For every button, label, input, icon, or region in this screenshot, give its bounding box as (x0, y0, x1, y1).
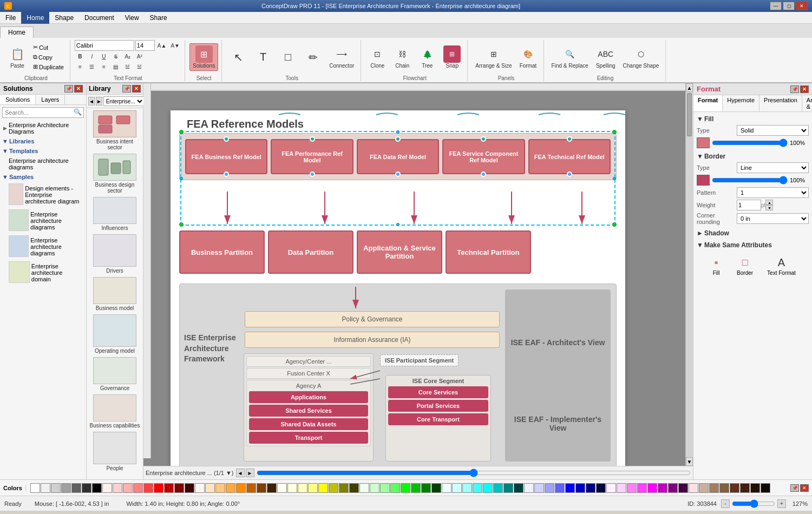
color-swatch-f0ffff[interactable] (442, 483, 451, 493)
page-nav-next[interactable]: ► (246, 469, 254, 477)
color-swatch-400000[interactable] (185, 483, 194, 493)
color-swatch-00c000[interactable] (411, 483, 421, 493)
zoom-out-btn[interactable]: - (721, 499, 730, 508)
shared-services-btn[interactable]: Shared Services (249, 405, 368, 417)
fea-box-performance[interactable]: FEA Performance Ref Model (271, 139, 353, 174)
chain-button[interactable]: ⛓ Chain (390, 43, 414, 71)
lib-item-governance[interactable]: Governance (89, 357, 141, 391)
applications-btn[interactable]: Applications (249, 391, 368, 403)
color-swatch-f0f0f0[interactable] (41, 483, 50, 493)
canvas-scroll[interactable]: FEA Reference Models (143, 83, 693, 466)
color-swatch-ff40ff[interactable] (637, 483, 647, 493)
color-swatch-ffffff[interactable] (30, 483, 40, 493)
tree-section-libraries[interactable]: ▼ Libraries (0, 136, 86, 146)
handle-bl-green[interactable] (179, 222, 184, 227)
ribbon-tab-home[interactable]: Home (0, 27, 34, 38)
lib-item-business-model[interactable]: Business model (89, 277, 141, 311)
color-swatch-201000[interactable] (750, 483, 760, 493)
format-panel-pin[interactable]: 📌 (790, 85, 799, 93)
color-swatch-806040[interactable] (719, 483, 729, 493)
color-swatch-00ff00[interactable] (401, 483, 410, 493)
transport-btn[interactable]: Transport (249, 432, 368, 444)
solutions-panel-pin[interactable]: 📌 (64, 85, 73, 93)
menu-view[interactable]: View (120, 12, 145, 24)
lib-item-business-capabilities[interactable]: Business capabilities (89, 394, 141, 429)
find-replace-button[interactable]: 🔍 Find & Replace (548, 43, 592, 71)
canvas[interactable]: FEA Reference Models (171, 110, 625, 466)
color-swatch-ffb0b0[interactable] (123, 483, 133, 493)
border-color-swatch[interactable] (697, 175, 710, 186)
core-services-btn[interactable]: Core Services (388, 386, 488, 398)
border-opacity-slider[interactable] (712, 176, 788, 184)
tree-item-design-elements[interactable]: Design elements - Enterprise architectur… (0, 182, 86, 208)
copy-button[interactable]: ⧉ Copy (30, 52, 67, 62)
color-swatch-ffff00[interactable] (318, 483, 328, 493)
arrow-tool-button[interactable]: ↖ (226, 47, 250, 68)
color-swatch-ff8080[interactable] (133, 483, 143, 493)
color-swatch-000080[interactable] (586, 483, 595, 493)
decrease-font-button[interactable]: A▼ (169, 41, 181, 50)
fea-box-technical[interactable]: FEA Technical Ref Model (528, 139, 611, 174)
align-left-button[interactable]: ≡ (75, 62, 86, 71)
core-transport-btn[interactable]: Core Transport (388, 413, 488, 425)
tree-section-templates[interactable]: ▼ Templates (0, 146, 86, 156)
color-swatch-800080[interactable] (668, 483, 678, 493)
lib-item-drivers[interactable]: Drivers (89, 234, 141, 274)
color-swatch-ff80ff[interactable] (627, 483, 637, 493)
tree-section-samples[interactable]: ▼ Samples (0, 172, 86, 182)
color-swatch-ffaa40[interactable] (226, 483, 235, 493)
italic-button[interactable]: I (87, 52, 97, 61)
align-center-button[interactable]: ☰ (87, 62, 97, 71)
connector-button[interactable]: ⟶ Connector (326, 43, 357, 71)
color-swatch-fffff0[interactable] (277, 483, 287, 493)
vscroll-down[interactable]: ▼ (686, 457, 693, 466)
color-swatch-606060[interactable] (71, 483, 81, 493)
border-weight-up[interactable]: ▲ (765, 200, 773, 205)
text-tool-button[interactable]: T (251, 47, 275, 68)
color-swatch-ffd0d0[interactable] (113, 483, 122, 493)
color-swatch-303030[interactable] (82, 483, 91, 493)
color-swatch-ffe0e0[interactable] (689, 483, 698, 493)
solutions-button[interactable]: ⊞ Solutions (189, 43, 218, 71)
vscroll-thumb[interactable] (687, 93, 692, 136)
format-panel-close[interactable]: ✕ (800, 85, 809, 93)
color-swatch-ffffc0[interactable] (298, 483, 307, 493)
color-swatch-004000[interactable] (431, 483, 441, 493)
color-swatch-000040[interactable] (596, 483, 606, 493)
make-same-border-btn[interactable]: □ Border (732, 253, 758, 279)
lib-item-people[interactable]: People (89, 432, 141, 471)
color-swatch-c8b0a0[interactable] (699, 483, 709, 493)
underline-button[interactable]: U (99, 52, 109, 61)
lib-item-business-design[interactable]: Business design sector (89, 154, 141, 194)
cut-button[interactable]: ✂ Cut (30, 43, 67, 52)
color-swatch-a0a0a0[interactable] (61, 483, 71, 493)
color-swatch-0000ff[interactable] (565, 483, 575, 493)
portal-services-btn[interactable]: Portal Services (388, 400, 488, 412)
list2-button[interactable]: ☱ (134, 62, 145, 71)
duplicate-button[interactable]: ⊞ Duplicate (30, 62, 67, 71)
color-swatch-f0f0ff[interactable] (524, 483, 534, 493)
color-swatch-402010[interactable] (740, 483, 750, 493)
make-same-fill-btn[interactable]: ▪ Fill (705, 253, 728, 279)
spelling-button[interactable]: ABC Spelling (593, 43, 619, 71)
fea-box-service[interactable]: FEA Service Component Ref Model (442, 139, 525, 174)
tree-item-ea-diagrams3[interactable]: Enterprise architecture diagrams (0, 234, 86, 260)
color-swatch-fff0ff[interactable] (606, 483, 616, 493)
color-swatch-603020[interactable] (730, 483, 739, 493)
page-label[interactable]: Enterprise architecture ... (1/1 ▼) (146, 470, 234, 476)
page-nav-prev[interactable]: ◄ (236, 469, 245, 477)
color-swatch-00c0c0[interactable] (493, 483, 503, 493)
color-swatch-0000c0[interactable] (575, 483, 585, 493)
fill-opacity-slider[interactable] (712, 139, 788, 147)
pen-tool-button[interactable]: ✏ (301, 47, 325, 68)
solutions-tab-solutions[interactable]: Solutions (0, 95, 36, 104)
color-swatch-c0c000[interactable] (329, 483, 338, 493)
fea-box-business[interactable]: FEA Business Ref Model (185, 139, 267, 174)
color-swatch-60ff60[interactable] (390, 483, 400, 493)
format-tab-presentation[interactable]: Presentation (759, 95, 802, 111)
tree-button[interactable]: 🌲 Tree (415, 43, 439, 71)
zoom-in-btn[interactable]: + (777, 499, 786, 508)
color-swatch-004040[interactable] (514, 483, 523, 493)
color-swatch-ffe4c0[interactable] (205, 483, 215, 493)
partition-data[interactable]: Data Partition (268, 230, 353, 274)
